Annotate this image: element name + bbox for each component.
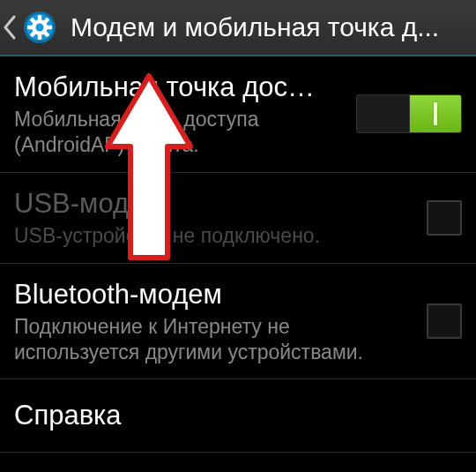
row-usb-tethering: USB-модем USB-устройство не подключено.	[0, 173, 476, 264]
hotspot-toggle[interactable]	[356, 94, 462, 133]
row-widget	[356, 94, 462, 133]
row-bluetooth-tethering[interactable]: Bluetooth-модем Подключение к Интернету …	[0, 264, 476, 380]
bt-checkbox[interactable]	[427, 303, 462, 339]
row-text: Мобильная точка дос… Мобильная точка дос…	[14, 71, 356, 158]
toggle-on-side	[409, 95, 462, 132]
row-title: Мобильная точка дос…	[14, 71, 346, 103]
action-bar: Модем и мобильная точка д...	[0, 0, 476, 56]
usb-checkbox	[427, 200, 462, 236]
back-button[interactable]	[0, 0, 65, 55]
row-title: Справка	[14, 399, 451, 431]
svg-point-4	[36, 24, 44, 32]
row-title: Bluetooth-модем	[14, 278, 416, 311]
row-mobile-hotspot[interactable]: Мобильная точка дос… Мобильная точка дос…	[0, 56, 476, 173]
row-text: Bluetooth-модем Подключение к Интернету …	[14, 278, 427, 365]
row-title: USB-модем	[14, 187, 416, 220]
row-widget	[427, 200, 462, 236]
chevron-left-icon	[2, 15, 18, 40]
row-help[interactable]: Справка	[0, 379, 476, 452]
row-text: USB-модем USB-устройство не подключено.	[14, 187, 427, 249]
row-subtitle: Мобильная точка доступа (AndroidAP) заня…	[14, 107, 346, 158]
row-subtitle: Подключение к Интернету не используется …	[14, 314, 416, 365]
row-widget	[427, 303, 462, 339]
toggle-off-side	[357, 95, 409, 132]
gear-icon	[21, 9, 58, 46]
row-text: Справка	[14, 399, 462, 431]
settings-list: Мобильная точка дос… Мобильная точка дос…	[0, 56, 476, 453]
page-title: Модем и мобильная точка д...	[65, 12, 471, 42]
row-subtitle: USB-устройство не подключено.	[14, 223, 416, 249]
